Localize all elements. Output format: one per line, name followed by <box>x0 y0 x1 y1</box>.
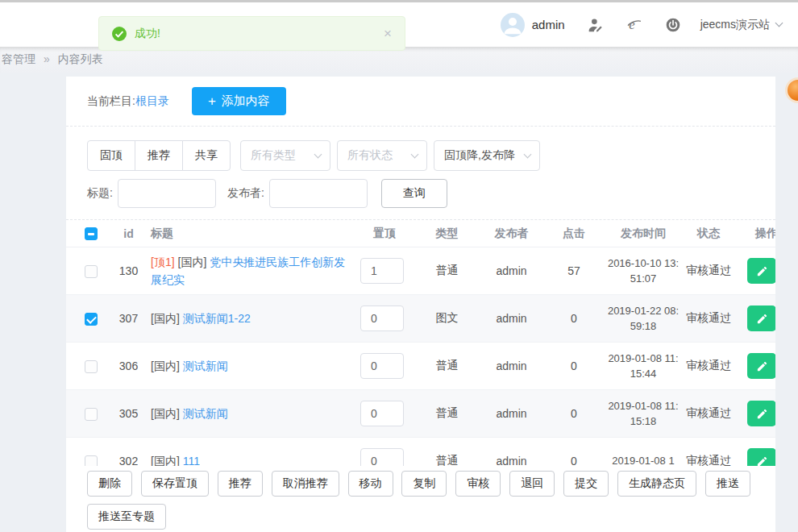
close-icon[interactable]: × <box>384 27 392 40</box>
col-header-actions: 操作 <box>737 227 775 241</box>
plus-icon: + <box>208 94 216 110</box>
pinned-value-input[interactable] <box>360 401 404 426</box>
add-content-button[interactable]: + 添加内容 <box>192 87 286 115</box>
user-edit-icon[interactable] <box>588 17 604 33</box>
pinned-value-input[interactable] <box>360 305 404 331</box>
col-header-status: 状态 <box>680 227 737 241</box>
sort-select[interactable]: 固顶降,发布降 <box>434 140 540 171</box>
edit-button[interactable] <box>747 353 775 379</box>
current-category-link[interactable]: 根目录 <box>135 94 169 109</box>
recommend-button[interactable]: 推荐 <box>218 471 263 497</box>
publisher-filter-input[interactable] <box>269 179 368 208</box>
row-type: 普通 <box>413 406 481 421</box>
return-button[interactable]: 退回 <box>509 471 555 497</box>
submit-button[interactable]: 提交 <box>563 471 609 497</box>
row-type: 普通 <box>413 359 481 373</box>
row-status: 审核通过 <box>680 406 737 421</box>
pencil-icon <box>756 408 768 420</box>
power-icon[interactable] <box>665 17 681 33</box>
success-alert: 成功! × <box>98 16 405 51</box>
edit-button[interactable] <box>747 258 775 284</box>
push-to-topic-button[interactable]: 推送至专题 <box>87 504 166 530</box>
content-title-link[interactable]: 测试新闻 <box>183 407 228 420</box>
row-publish-time: 2019-01-22 08:59:18 <box>606 303 680 335</box>
row-type: 图文 <box>413 311 481 326</box>
svg-text:e: e <box>629 17 635 32</box>
row-checkbox[interactable] <box>85 313 98 326</box>
select-all-checkbox[interactable] <box>85 227 98 240</box>
topbar-right-cluster: admin e jeecms演示站 <box>501 2 782 47</box>
delete-button[interactable]: 删除 <box>87 471 132 497</box>
row-status: 审核通过 <box>680 264 737 278</box>
ie-browser-icon[interactable]: e <box>626 17 642 33</box>
status-select-value: 所有状态 <box>347 148 393 163</box>
row-id: 305 <box>106 407 151 420</box>
category-tag: [国内] <box>151 407 180 420</box>
status-select[interactable]: 所有状态 <box>337 140 427 171</box>
review-button[interactable]: 审核 <box>455 471 501 497</box>
breadcrumb-item-content-list: 内容列表 <box>58 52 103 65</box>
panel-header: 当前栏目:根目录 + 添加内容 <box>66 77 775 127</box>
type-select[interactable]: 所有类型 <box>240 140 330 171</box>
filter-toggle-pinned[interactable]: 固顶 <box>87 140 135 171</box>
col-header-clicks: 点击 <box>542 227 606 241</box>
category-tag: [国内] <box>151 360 180 372</box>
move-button[interactable]: 移动 <box>348 471 393 497</box>
filter-toggle-shared[interactable]: 共享 <box>182 140 231 171</box>
row-checkbox[interactable] <box>85 265 98 278</box>
site-switcher[interactable]: jeecms演示站 <box>700 18 782 32</box>
user-avatar[interactable] <box>501 13 525 37</box>
content-title-link[interactable]: 测试新闻 <box>183 360 228 372</box>
search-row: 标题: 发布者: 查询 <box>87 179 775 208</box>
type-select-value: 所有类型 <box>251 148 296 163</box>
query-button[interactable]: 查询 <box>381 179 447 208</box>
row-checkbox[interactable] <box>85 408 98 421</box>
actions-row-1: 删除 保存置顶 推荐 取消推荐 移动 复制 审核 退回 提交 生成静态页 推送 … <box>87 471 775 532</box>
username: admin <box>532 18 565 31</box>
row-title-cell: [国内]测试新闻 <box>151 405 356 422</box>
col-header-publish-time: 发布时间 <box>606 225 680 242</box>
copy-button[interactable]: 复制 <box>401 471 447 497</box>
row-publisher: admin <box>481 360 542 372</box>
title-filter-input[interactable] <box>118 179 216 208</box>
table-row: 305 [国内]测试新闻 普通 admin 0 2019-01-08 11:15… <box>66 390 775 438</box>
table-row: 306 [国内]测试新闻 普通 admin 0 2019-01-08 11:15… <box>66 343 775 390</box>
row-checkbox[interactable] <box>85 360 98 373</box>
category-tag: [国内] <box>151 312 180 325</box>
content-panel: 当前栏目:根目录 + 添加内容 固顶 推荐 共享 所有类型 所有状态 固顶降,发… <box>66 77 775 532</box>
row-type: 普通 <box>413 264 481 278</box>
filter-row: 固顶 推荐 共享 所有类型 所有状态 固顶降,发布降 <box>87 140 775 171</box>
filter-toggle-recommended[interactable]: 推荐 <box>135 140 183 171</box>
chevron-down-icon <box>524 150 532 158</box>
person-icon <box>501 13 525 37</box>
row-clicks: 0 <box>542 312 606 325</box>
generate-static-button[interactable]: 生成静态页 <box>617 471 696 497</box>
save-pinned-button[interactable]: 保存置顶 <box>141 471 209 497</box>
success-check-icon <box>112 27 127 41</box>
pinned-value-input[interactable] <box>360 258 404 284</box>
col-header-id: id <box>106 227 151 240</box>
push-button[interactable]: 推送 <box>705 471 750 497</box>
pinned-value-input[interactable] <box>360 353 404 379</box>
row-publisher: admin <box>481 264 542 277</box>
cancel-recommend-button[interactable]: 取消推荐 <box>272 471 339 497</box>
breadcrumb-item-content-manage[interactable]: 容管理 <box>2 52 35 65</box>
floating-widget-button[interactable] <box>785 77 798 103</box>
edit-button[interactable] <box>747 305 775 331</box>
add-content-label: 添加内容 <box>222 94 270 109</box>
col-header-title: 标题 <box>151 224 356 242</box>
row-publisher: admin <box>481 312 542 325</box>
row-publish-time: 2019-01-08 11:15:44 <box>606 351 680 382</box>
content-title-link[interactable]: 测试新闻1-22 <box>183 312 251 325</box>
pencil-icon <box>756 313 768 325</box>
chevron-down-icon <box>411 150 419 158</box>
table-row: 130 [顶1][国内]党中央推进民族工作创新发展纪实 普通 admin 57 … <box>66 247 775 295</box>
bulk-actions-bar: 删除 保存置顶 推荐 取消推荐 移动 复制 审核 退回 提交 生成静态页 推送 … <box>66 466 775 532</box>
breadcrumb-separator: » <box>44 52 50 65</box>
edit-button[interactable] <box>747 401 775 426</box>
row-title-cell: [国内]测试新闻 <box>151 357 356 375</box>
row-id: 130 <box>106 264 151 277</box>
pencil-icon <box>756 360 768 372</box>
col-header-pinned: 置顶 <box>356 227 413 241</box>
row-id: 307 <box>106 312 151 325</box>
